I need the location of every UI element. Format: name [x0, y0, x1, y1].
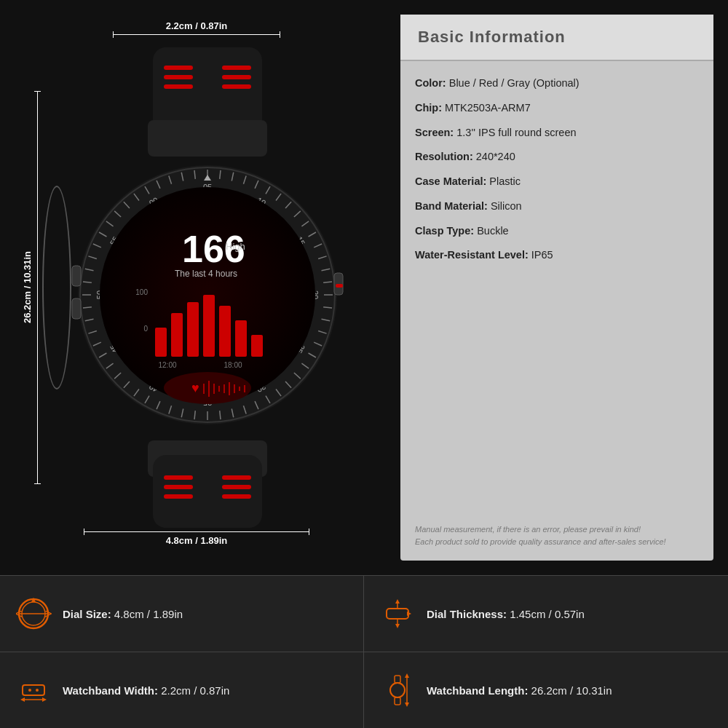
svg-marker-136 — [20, 697, 25, 702]
svg-rect-1 — [164, 66, 193, 70]
svg-text:100: 100 — [135, 288, 148, 296]
spec-cell-band-length: Watchband Length: 26.2cm / 10.31in — [364, 652, 728, 728]
svg-point-134 — [36, 689, 39, 692]
svg-rect-119 — [222, 475, 251, 480]
info-val-clasp: Buckle — [477, 225, 509, 237]
svg-rect-90 — [187, 302, 199, 357]
svg-point-138 — [390, 683, 405, 697]
info-key-band: Band Material: — [415, 200, 491, 212]
svg-rect-111 — [336, 284, 343, 288]
spec-cell-dial-size: Dial Size: 4.8cm / 1.89in — [0, 575, 364, 652]
info-val-chip: MTK2503A-ARM7 — [445, 102, 531, 114]
band-length-icon — [379, 671, 416, 709]
svg-rect-113 — [72, 298, 81, 319]
svg-marker-128 — [395, 599, 400, 604]
watch-diagram: 2.2cm / 0.87in 26.2cm / 10.31in 4.8cm / … — [0, 0, 393, 575]
svg-rect-93 — [235, 320, 247, 357]
svg-text:18:00: 18:00 — [223, 361, 242, 369]
info-val-screen: 1.3'' IPS full round screen — [456, 127, 576, 138]
spec-label-band-length: Watchband Length: — [427, 684, 531, 697]
spec-value-band-length: 26.2cm / 10.31in — [531, 684, 612, 697]
info-key-water: Water-Resistant Level: — [415, 249, 531, 261]
bottom-dimension-label: 4.8cm / 1.89in — [166, 535, 228, 546]
left-dimension-label: 26.2cm / 10.31in — [22, 251, 33, 323]
info-panel: Basic Information Color: Blue / Red / Gr… — [400, 15, 713, 561]
svg-rect-91 — [203, 295, 215, 357]
info-key-case: Case Material: — [415, 175, 489, 187]
info-val-color: Blue / Red / Gray (Optional) — [449, 77, 579, 89]
info-title: Basic Information — [418, 28, 696, 47]
svg-rect-120 — [222, 485, 251, 489]
info-key-chip: Chip: — [415, 102, 445, 114]
info-row-chip: Chip: MTK2503A-ARM7 — [415, 100, 699, 116]
spec-label-dial-size: Dial Size: — [63, 608, 114, 620]
spec-label-dial-thickness: Dial Thickness: — [427, 608, 510, 620]
watch-face-icon — [15, 595, 52, 633]
info-row-case: Case Material: Plastic — [415, 174, 699, 190]
svg-rect-115 — [153, 455, 262, 528]
svg-rect-7 — [148, 120, 267, 157]
info-title-bar: Basic Information — [400, 15, 713, 61]
spec-text-dial-thickness: Dial Thickness: 1.45cm / 0.57in — [427, 608, 585, 620]
svg-text:♥: ♥ — [191, 381, 199, 395]
band-width-icon — [15, 671, 52, 709]
svg-point-99 — [164, 372, 251, 404]
spec-cell-dial-thickness: Dial Thickness: 1.45cm / 0.57in — [364, 575, 728, 652]
svg-rect-94 — [251, 335, 263, 357]
svg-text:12:00: 12:00 — [158, 361, 176, 369]
left-dimension: 26.2cm / 10.31in — [22, 91, 38, 484]
svg-rect-2 — [164, 75, 193, 79]
svg-rect-132 — [23, 685, 44, 695]
svg-rect-92 — [219, 306, 231, 357]
svg-marker-142 — [405, 673, 409, 678]
svg-marker-143 — [405, 703, 409, 707]
info-key-screen: Screen: — [415, 127, 456, 138]
info-val-water: IP65 — [531, 249, 553, 261]
bottom-specs-bar: Dial Size: 4.8cm / 1.89in Dial Thickness… — [0, 575, 728, 728]
svg-text:0: 0 — [143, 325, 148, 333]
svg-text:High: High — [226, 241, 245, 252]
top-dimension: 2.2cm / 0.87in — [113, 20, 280, 35]
spec-text-dial-size: Dial Size: 4.8cm / 1.89in — [63, 608, 183, 620]
svg-rect-121 — [222, 494, 251, 499]
spec-value-dial-thickness: 1.45cm / 0.57in — [510, 608, 585, 620]
spec-cell-band-width: Watchband Width: 2.2cm / 0.87in — [0, 652, 364, 728]
footer-line2: Each product sold to provide quality ass… — [415, 536, 699, 549]
info-row-water: Water-Resistant Level: IP65 — [415, 248, 699, 264]
svg-rect-4 — [222, 66, 251, 70]
svg-rect-89 — [171, 313, 183, 357]
info-row-screen: Screen: 1.3'' IPS full round screen — [415, 125, 699, 141]
top-dimension-label: 2.2cm / 0.87in — [166, 20, 228, 31]
info-content: Color: Blue / Red / Gray (Optional) Chip… — [400, 68, 713, 515]
spec-text-band-width: Watchband Width: 2.2cm / 0.87in — [63, 684, 229, 697]
info-val-case: Plastic — [489, 175, 521, 187]
bottom-dimension: 4.8cm / 1.89in — [84, 531, 309, 546]
svg-marker-130 — [395, 624, 400, 628]
svg-rect-116 — [164, 475, 193, 480]
info-footer: Manual measurement, if there is an error… — [400, 515, 713, 561]
svg-rect-3 — [164, 84, 193, 89]
svg-rect-140 — [395, 697, 400, 705]
info-key-resolution: Resolution: — [415, 151, 476, 162]
info-val-resolution: 240*240 — [476, 151, 515, 162]
svg-rect-139 — [395, 676, 400, 683]
watch-image: 05 00 10 15 20 25 30 35 40 45 50 55 — [69, 47, 346, 528]
spec-value-band-width: 2.2cm / 0.87in — [161, 684, 229, 697]
spec-label-band-width: Watchband Width: — [63, 684, 161, 697]
footer-line1: Manual measurement, if there is an error… — [415, 523, 699, 537]
info-key-color: Color: — [415, 77, 449, 89]
info-row-band: Band Material: Silicon — [415, 199, 699, 215]
svg-marker-137 — [42, 697, 47, 702]
svg-point-133 — [28, 689, 31, 692]
spec-value-dial-size: 4.8cm / 1.89in — [114, 608, 183, 620]
info-row-clasp: Clasp Type: Buckle — [415, 223, 699, 240]
svg-rect-88 — [155, 328, 167, 357]
info-val-band: Silicon — [491, 200, 522, 212]
svg-rect-117 — [164, 485, 193, 489]
svg-rect-118 — [164, 494, 193, 499]
svg-rect-112 — [72, 266, 81, 286]
info-row-color: Color: Blue / Red / Gray (Optional) — [415, 76, 699, 92]
svg-text:The last 4 hours: The last 4 hours — [175, 269, 237, 279]
spec-text-band-length: Watchband Length: 26.2cm / 10.31in — [427, 684, 612, 697]
info-key-clasp: Clasp Type: — [415, 225, 477, 237]
